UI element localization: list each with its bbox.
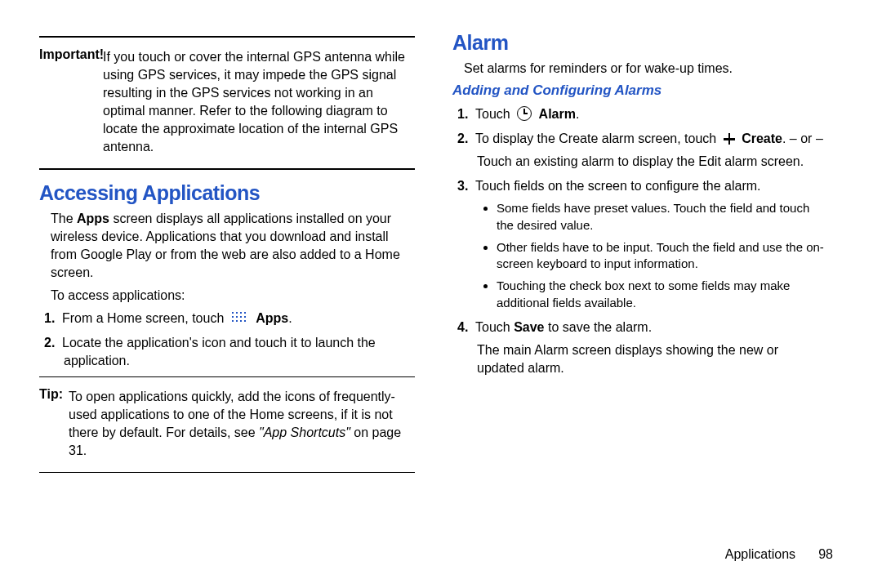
apps-grid-icon	[231, 311, 249, 323]
apps-bold: Apps	[77, 212, 109, 225]
page-footer: Applications 98	[725, 546, 833, 564]
list-item: 1.Touch Alarm.	[477, 104, 828, 123]
subheading-adding-alarms: Adding and Configuring Alarms	[452, 82, 828, 99]
tip-body: To open applications quickly, add the ic…	[69, 388, 415, 460]
bullet-item: Touching the check box next to some fiel…	[497, 278, 828, 311]
alarm-steps: 1.Touch Alarm. 2.To display the Create a…	[477, 104, 828, 377]
manual-page: Important! If you touch or cover the int…	[0, 0, 882, 517]
rule	[39, 36, 415, 38]
bullet-item: Some fields have preset values. Touch th…	[497, 200, 828, 234]
list-item: 1.From a Home screen, touch Apps.	[64, 310, 415, 327]
list-item: 2.Locate the application's icon and touc…	[64, 334, 415, 370]
left-column: Important! If you touch or cover the int…	[39, 31, 415, 478]
bullet-item: Other fields have to be input. Touch the…	[497, 239, 828, 273]
tip-note: Tip: To open applications quickly, add t…	[39, 382, 415, 466]
bullet-list: Some fields have preset values. Touch th…	[497, 200, 828, 311]
heading-alarm: Alarm	[452, 31, 828, 55]
important-label: Important!	[39, 47, 104, 61]
right-column: Alarm Set alarms for reminders or for wa…	[452, 31, 828, 478]
body-paragraph: The Apps screen displays all application…	[51, 210, 415, 282]
clock-icon	[517, 106, 532, 121]
access-steps: 1.From a Home screen, touch Apps. 2.Loca…	[64, 310, 415, 370]
lead-in: To access applications:	[51, 287, 415, 305]
important-note: Important! If you touch or cover the int…	[39, 42, 415, 163]
list-item: 4.Touch Save to save the alarm. The main…	[477, 318, 828, 377]
list-item: 2.To display the Create alarm screen, to…	[477, 130, 828, 171]
list-item: 3.Touch fields on the screen to configur…	[477, 177, 828, 311]
alarm-intro: Set alarms for reminders or for wake-up …	[464, 60, 828, 78]
rule	[39, 376, 415, 377]
page-number: 98	[818, 547, 833, 561]
tip-label: Tip:	[39, 387, 63, 401]
chapter-name: Applications	[725, 547, 795, 561]
plus-icon	[724, 133, 735, 145]
rule	[39, 472, 415, 473]
heading-accessing-applications: Accessing Applications	[39, 181, 415, 205]
rule	[39, 168, 415, 170]
important-body-first: If you touch or cover the internal GPS a…	[103, 48, 415, 156]
